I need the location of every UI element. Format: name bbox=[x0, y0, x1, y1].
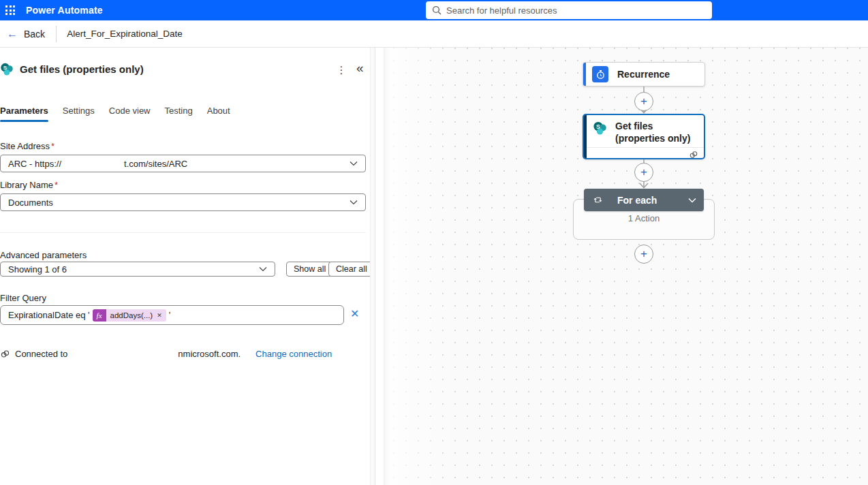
expression-token-label: addDays(...) bbox=[110, 311, 153, 319]
connection-link-icon bbox=[689, 150, 698, 159]
more-options-icon[interactable]: ⋮ bbox=[334, 63, 349, 78]
recurrence-clock-icon bbox=[592, 66, 608, 82]
panel-tabs: Parameters Settings Code view Testing Ab… bbox=[0, 106, 230, 122]
site-address-value: ARC - https://t.com/sites/ARC bbox=[8, 159, 187, 169]
action-panel-title: Get files (properties only) bbox=[20, 63, 144, 75]
advanced-parameters-value: Showing 1 of 6 bbox=[8, 264, 67, 275]
chevron-down-icon bbox=[350, 161, 358, 166]
site-address-dropdown[interactable]: ARC - https://t.com/sites/ARC bbox=[0, 155, 366, 172]
library-name-label: Library Name* bbox=[0, 180, 58, 190]
insert-step-button[interactable]: + bbox=[634, 92, 653, 111]
library-name-dropdown[interactable]: Documents bbox=[0, 193, 366, 211]
insert-step-button[interactable]: + bbox=[634, 245, 653, 264]
change-connection-link[interactable]: Change connection bbox=[255, 349, 332, 359]
insert-step-button[interactable]: + bbox=[634, 163, 653, 182]
site-address-label: Site Address* bbox=[0, 141, 55, 151]
node-recurrence[interactable]: Recurrence bbox=[583, 62, 705, 87]
clear-field-icon[interactable]: ✕ bbox=[350, 307, 359, 320]
sharepoint-icon: S bbox=[0, 63, 13, 76]
node-title: Get files (properties only) bbox=[615, 120, 700, 144]
filter-query-label: Filter Query bbox=[0, 293, 46, 303]
collapse-panel-icon[interactable]: « bbox=[356, 61, 364, 76]
required-asterisk: * bbox=[55, 180, 58, 190]
node-accent-bar bbox=[583, 63, 586, 86]
back-button[interactable]: ← Back bbox=[0, 20, 56, 47]
divider bbox=[56, 26, 57, 42]
svg-text:S: S bbox=[3, 65, 7, 71]
connection-link-icon bbox=[0, 349, 10, 359]
collapse-scope-chevron-icon[interactable] bbox=[688, 198, 696, 203]
loop-icon bbox=[593, 195, 603, 205]
flow-header-bar: ← Back Alert_For_Expirational_Date bbox=[0, 20, 868, 48]
tab-code-view[interactable]: Code view bbox=[109, 106, 151, 122]
breadcrumb-flow-name: Alert_For_Expirational_Date bbox=[67, 29, 183, 39]
connection-footer: Connected to nmicrosoft.com. Change conn… bbox=[0, 349, 332, 359]
search-icon bbox=[432, 5, 441, 15]
search-input[interactable] bbox=[446, 5, 706, 16]
expression-token[interactable]: fx addDays(...) ✕ bbox=[93, 309, 166, 322]
node-title: Recurrence bbox=[617, 69, 670, 80]
advanced-parameters-label: Advanced parameters bbox=[0, 250, 87, 260]
chevron-down-icon bbox=[350, 200, 358, 205]
top-app-bar: Power Automate bbox=[0, 0, 868, 20]
arrow-down-icon bbox=[639, 183, 649, 189]
fx-icon: fx bbox=[93, 309, 106, 322]
action-panel-header: S Get files (properties only) bbox=[0, 63, 144, 76]
tab-parameters[interactable]: Parameters bbox=[0, 106, 48, 122]
node-for-each[interactable]: For each bbox=[584, 189, 704, 211]
remove-token-icon[interactable]: ✕ bbox=[157, 312, 162, 319]
filter-query-input[interactable]: ExpirationalDate eq ' fx addDays(...) ✕ … bbox=[0, 305, 344, 325]
search-box[interactable] bbox=[426, 1, 712, 19]
chevron-down-icon bbox=[259, 266, 267, 272]
advanced-parameters-dropdown[interactable]: Showing 1 of 6 bbox=[0, 262, 275, 277]
show-all-button[interactable]: Show all bbox=[286, 262, 333, 277]
back-label: Back bbox=[24, 29, 45, 40]
action-panel: S Get files (properties only) ⋮ « Parame… bbox=[0, 48, 375, 485]
sharepoint-icon: S bbox=[593, 121, 606, 135]
library-name-value: Documents bbox=[8, 198, 53, 208]
node-accent-bar bbox=[584, 115, 587, 158]
filter-query-text-after: ' bbox=[169, 310, 170, 320]
section-divider bbox=[0, 232, 366, 233]
svg-text:S: S bbox=[596, 123, 600, 130]
clear-all-button[interactable]: Clear all bbox=[328, 262, 375, 277]
connection-account: nmicrosoft.com. bbox=[178, 349, 241, 359]
flow-canvas: Recurrence + S Get files (properties onl… bbox=[384, 48, 868, 485]
node-title: For each bbox=[617, 195, 657, 206]
tab-about[interactable]: About bbox=[207, 106, 230, 122]
node-get-files[interactable]: S Get files (properties only) bbox=[583, 114, 705, 159]
tab-settings[interactable]: Settings bbox=[63, 106, 95, 122]
app-launcher-icon[interactable] bbox=[0, 0, 20, 20]
connected-to-label: Connected to bbox=[15, 349, 67, 359]
app-title[interactable]: Power Automate bbox=[26, 5, 103, 16]
back-arrow-icon: ← bbox=[7, 29, 18, 40]
tab-testing[interactable]: Testing bbox=[165, 106, 193, 122]
required-asterisk: * bbox=[51, 141, 55, 151]
panel-scrollbar[interactable] bbox=[370, 48, 375, 485]
filter-query-text: ExpirationalDate eq ' bbox=[8, 310, 90, 320]
